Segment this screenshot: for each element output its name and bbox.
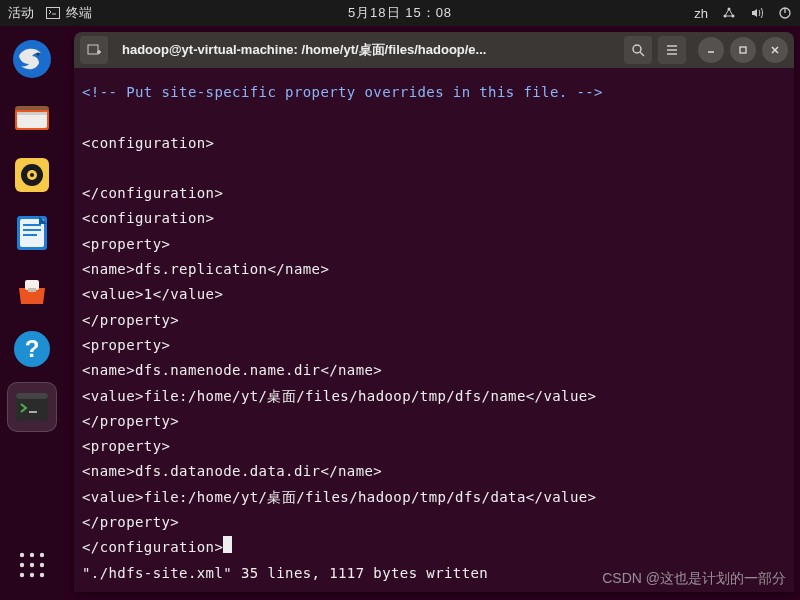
svg-rect-46 xyxy=(740,47,746,53)
svg-rect-18 xyxy=(23,224,41,226)
terminal-line: <value>file:/home/yt/桌面/files/hadoop/tmp… xyxy=(82,388,596,404)
svg-point-31 xyxy=(20,563,24,567)
terminal-line: <property> xyxy=(82,236,170,252)
dock-terminal[interactable] xyxy=(7,382,57,432)
svg-rect-20 xyxy=(23,234,37,236)
svg-rect-11 xyxy=(17,112,47,115)
close-button[interactable] xyxy=(762,37,788,63)
dock-libreoffice-writer[interactable] xyxy=(7,208,57,258)
volume-icon[interactable] xyxy=(750,6,764,20)
terminal-line: <name>dfs.datanode.data.dir</name> xyxy=(82,463,382,479)
terminal-content[interactable]: <!-- Put site-specific property override… xyxy=(74,68,794,592)
svg-rect-22 xyxy=(28,288,36,292)
svg-rect-37 xyxy=(88,45,98,54)
active-app[interactable]: 终端 xyxy=(46,4,92,22)
svg-point-15 xyxy=(30,173,34,177)
terminal-line: <name>dfs.namenode.name.dir</name> xyxy=(82,362,382,378)
svg-rect-26 xyxy=(16,393,48,399)
window-title: hadoop@yt-virtual-machine: /home/yt/桌面/f… xyxy=(114,41,618,59)
clock[interactable]: 5月18日 15：08 xyxy=(348,4,452,22)
terminal-line: <property> xyxy=(82,337,170,353)
maximize-button[interactable] xyxy=(730,37,756,63)
svg-line-41 xyxy=(640,52,644,56)
menu-button[interactable] xyxy=(658,36,686,64)
activities-button[interactable]: 活动 xyxy=(8,4,34,22)
terminal-line: <configuration> xyxy=(82,210,214,226)
svg-point-33 xyxy=(40,563,44,567)
terminal-line: <value>file:/home/yt/桌面/files/hadoop/tmp… xyxy=(82,489,596,505)
terminal-line: </configuration> xyxy=(82,539,223,555)
dock-software[interactable] xyxy=(7,266,57,316)
svg-point-35 xyxy=(30,573,34,577)
watermark: CSDN @这也是计划的一部分 xyxy=(602,570,786,588)
dock-help[interactable]: ? xyxy=(7,324,57,374)
terminal-line: </property> xyxy=(82,312,179,328)
dock: ? xyxy=(0,26,64,600)
svg-point-40 xyxy=(633,45,641,53)
svg-point-36 xyxy=(40,573,44,577)
minimize-button[interactable] xyxy=(698,37,724,63)
svg-point-32 xyxy=(30,563,34,567)
cursor xyxy=(223,536,232,553)
active-app-label: 终端 xyxy=(66,4,92,22)
svg-point-30 xyxy=(40,553,44,557)
svg-rect-0 xyxy=(47,8,60,19)
dock-thunderbird[interactable] xyxy=(7,34,57,84)
svg-point-34 xyxy=(20,573,24,577)
terminal-window: hadoop@yt-virtual-machine: /home/yt/桌面/f… xyxy=(74,32,794,592)
terminal-line: <configuration> xyxy=(82,135,214,151)
input-method-indicator[interactable]: zh xyxy=(694,6,708,21)
search-button[interactable] xyxy=(624,36,652,64)
network-icon[interactable] xyxy=(722,6,736,20)
dock-files[interactable] xyxy=(7,92,57,142)
terminal-app-icon xyxy=(46,7,60,19)
new-tab-button[interactable] xyxy=(80,36,108,64)
dock-show-apps[interactable] xyxy=(7,540,57,590)
titlebar[interactable]: hadoop@yt-virtual-machine: /home/yt/桌面/f… xyxy=(74,32,794,68)
dock-rhythmbox[interactable] xyxy=(7,150,57,200)
terminal-line: </property> xyxy=(82,514,179,530)
svg-point-7 xyxy=(37,53,40,56)
svg-point-29 xyxy=(30,553,34,557)
svg-point-28 xyxy=(20,553,24,557)
terminal-line: <value>1</value> xyxy=(82,286,223,302)
terminal-line: <name>dfs.replication</name> xyxy=(82,261,329,277)
svg-text:?: ? xyxy=(25,335,40,362)
top-panel: 活动 终端 5月18日 15：08 zh xyxy=(0,0,800,26)
terminal-line: </configuration> xyxy=(82,185,223,201)
terminal-line: <property> xyxy=(82,438,170,454)
svg-rect-19 xyxy=(23,229,41,231)
terminal-line: <!-- Put site-specific property override… xyxy=(82,84,603,100)
power-icon[interactable] xyxy=(778,6,792,20)
terminal-line: </property> xyxy=(82,413,179,429)
